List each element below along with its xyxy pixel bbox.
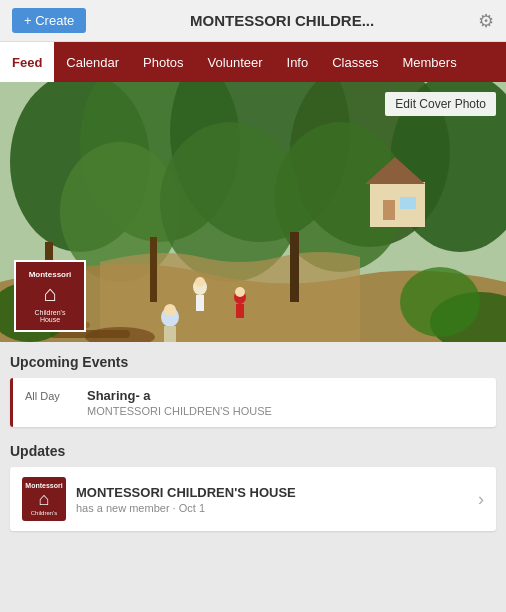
event-time: All Day (25, 390, 75, 402)
logo-house-icon: ⌂ (43, 281, 56, 307)
updates-card: Montessori ⌂ Children's MONTESSORI CHILD… (10, 467, 496, 531)
logo-house-text: House (40, 316, 60, 323)
logo-children-text: Children's (35, 309, 66, 316)
edit-cover-photo-button[interactable]: Edit Cover Photo (385, 92, 496, 116)
page-title: MONTESSORI CHILDRE... (86, 12, 478, 29)
update-row[interactable]: Montessori ⌂ Children's MONTESSORI CHILD… (10, 467, 496, 531)
svg-point-24 (164, 304, 176, 316)
update-description: has a new member · Oct 1 (76, 502, 478, 514)
nav-item-photos[interactable]: Photos (131, 42, 195, 82)
event-org: MONTESSORI CHILDREN'S HOUSE (87, 405, 272, 417)
nav-item-classes[interactable]: Classes (320, 42, 390, 82)
upcoming-events-title: Upcoming Events (10, 354, 496, 370)
content-area: Upcoming Events All Day Sharing- a MONTE… (0, 342, 506, 543)
svg-rect-12 (400, 197, 416, 209)
cover-photo: Edit Cover Photo Montessori ⌂ Children's… (0, 82, 506, 342)
chevron-right-icon[interactable]: › (478, 489, 484, 510)
svg-rect-17 (196, 295, 204, 311)
svg-rect-9 (370, 182, 425, 227)
nav-bar: Feed Calendar Photos Volunteer Info Clas… (0, 42, 506, 82)
create-button[interactable]: + Create (12, 8, 86, 33)
events-card: All Day Sharing- a MONTESSORI CHILDREN'S… (10, 378, 496, 427)
svg-rect-14 (150, 237, 157, 302)
nav-item-feed[interactable]: Feed (0, 42, 54, 82)
nav-item-members[interactable]: Members (390, 42, 468, 82)
nav-item-calendar[interactable]: Calendar (54, 42, 131, 82)
gear-icon[interactable]: ⚙ (478, 10, 494, 32)
update-thumbnail: Montessori ⌂ Children's (22, 477, 66, 521)
svg-rect-15 (290, 232, 299, 302)
svg-point-18 (195, 277, 205, 287)
group-logo: Montessori ⌂ Children's House (14, 260, 86, 332)
svg-point-21 (235, 287, 245, 297)
group-logo-inner: Montessori ⌂ Children's House (16, 262, 84, 330)
svg-rect-20 (236, 304, 244, 318)
update-thumb-logo: Montessori ⌂ Children's (22, 477, 66, 521)
event-row[interactable]: All Day Sharing- a MONTESSORI CHILDREN'S… (10, 378, 496, 427)
top-bar: + Create MONTESSORI CHILDRE... ⚙ (0, 0, 506, 42)
nav-item-info[interactable]: Info (275, 42, 321, 82)
svg-rect-11 (383, 200, 395, 220)
update-org-name: MONTESSORI CHILDREN'S HOUSE (76, 485, 478, 500)
svg-rect-23 (164, 326, 176, 342)
nav-item-volunteer[interactable]: Volunteer (196, 42, 275, 82)
svg-point-30 (400, 267, 480, 337)
logo-montessori-text: Montessori (29, 270, 72, 279)
event-name: Sharing- a (87, 388, 272, 403)
update-info: MONTESSORI CHILDREN'S HOUSE has a new me… (76, 485, 478, 514)
event-details: Sharing- a MONTESSORI CHILDREN'S HOUSE (87, 388, 272, 417)
updates-title: Updates (10, 443, 496, 459)
